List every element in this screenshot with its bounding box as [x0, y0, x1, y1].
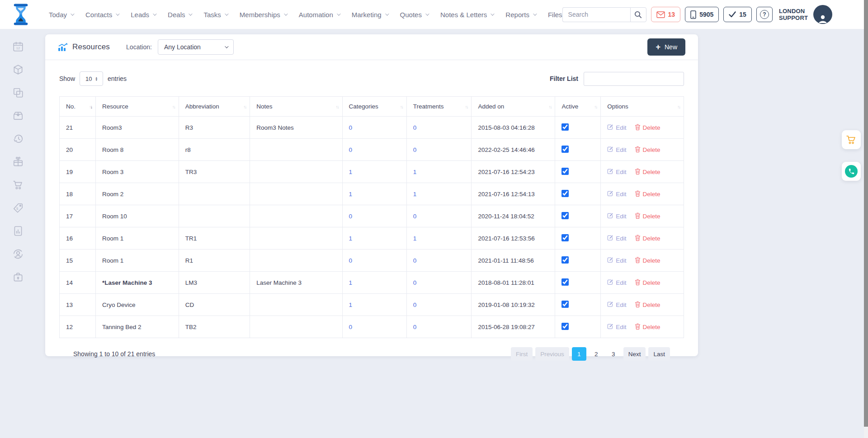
- column-header-no-[interactable]: No.↑↓: [60, 97, 96, 117]
- active-checkbox[interactable]: [561, 168, 569, 175]
- tray-arrow-icon[interactable]: [12, 110, 24, 122]
- delete-button[interactable]: Delete: [635, 301, 660, 309]
- nav-leads[interactable]: Leads: [131, 11, 156, 19]
- phone-badge[interactable]: 5905: [685, 7, 719, 22]
- nav-automation[interactable]: Automation: [299, 11, 340, 19]
- sort-arrows-icon[interactable]: ↑↓: [548, 104, 551, 109]
- edit-button[interactable]: Edit: [607, 279, 626, 287]
- delete-button[interactable]: Delete: [635, 235, 660, 242]
- categories-count-link[interactable]: 1: [349, 191, 353, 198]
- tasks-badge[interactable]: 15: [723, 7, 752, 22]
- nav-quotes[interactable]: Quotes: [400, 11, 428, 19]
- treatments-count-link[interactable]: 1: [413, 169, 417, 175]
- categories-count-link[interactable]: 1: [349, 301, 353, 308]
- categories-count-link[interactable]: 1: [349, 279, 353, 286]
- new-button[interactable]: + New: [647, 38, 685, 56]
- treatments-count-link[interactable]: 0: [413, 124, 417, 131]
- sort-arrows-icon[interactable]: ↑↓: [677, 104, 680, 109]
- treatments-count-link[interactable]: 1: [413, 235, 417, 242]
- page-size-select[interactable]: 10 ▴▾: [80, 71, 103, 86]
- nav-deals[interactable]: Deals: [168, 11, 191, 19]
- user-sync-icon[interactable]: [12, 248, 24, 260]
- active-checkbox[interactable]: [561, 234, 569, 241]
- price-tag-icon[interactable]: $: [12, 202, 24, 214]
- edit-button[interactable]: Edit: [607, 168, 626, 176]
- column-header-notes[interactable]: Notes↑↓: [250, 97, 342, 117]
- nav-contacts[interactable]: Contacts: [85, 11, 118, 19]
- page-1-button[interactable]: 1: [572, 347, 586, 361]
- categories-count-link[interactable]: 1: [349, 235, 353, 242]
- filter-input[interactable]: [584, 72, 684, 86]
- nav-today[interactable]: Today: [49, 11, 73, 19]
- scrollbar-track[interactable]: [864, 0, 868, 438]
- delete-button[interactable]: Delete: [635, 279, 660, 287]
- delete-button[interactable]: Delete: [635, 323, 660, 331]
- active-checkbox[interactable]: [561, 301, 569, 308]
- mail-badge[interactable]: 13: [651, 7, 681, 22]
- report-icon[interactable]: [12, 225, 24, 237]
- delete-button[interactable]: Delete: [635, 124, 660, 132]
- page-next-button[interactable]: Next: [623, 347, 646, 361]
- copy-icon[interactable]: [12, 87, 24, 99]
- categories-count-link[interactable]: 0: [349, 146, 353, 153]
- categories-count-link[interactable]: 0: [349, 257, 353, 264]
- search-button[interactable]: [630, 7, 646, 22]
- delete-button[interactable]: Delete: [635, 168, 660, 176]
- help-button[interactable]: ?: [756, 7, 773, 22]
- edit-button[interactable]: Edit: [607, 124, 626, 132]
- delete-button[interactable]: Delete: [635, 190, 660, 198]
- column-header-treatments[interactable]: Treatments↑↓: [406, 97, 472, 117]
- sort-arrows-icon[interactable]: ↑↓: [172, 104, 175, 109]
- categories-count-link[interactable]: 0: [349, 324, 353, 330]
- column-header-active[interactable]: Active↑↓: [555, 97, 601, 117]
- nav-tasks[interactable]: Tasks: [203, 11, 227, 19]
- delete-button[interactable]: Delete: [635, 257, 660, 264]
- nav-memberships[interactable]: Memberships: [240, 11, 287, 19]
- nav-files[interactable]: Files: [548, 11, 562, 19]
- sort-arrows-icon[interactable]: ↑↓: [336, 104, 339, 109]
- edit-button[interactable]: Edit: [607, 235, 626, 242]
- sort-arrows-icon[interactable]: ↑↓: [400, 104, 403, 109]
- search-input[interactable]: [562, 7, 630, 22]
- cart-float-button[interactable]: [842, 130, 861, 149]
- treatments-count-link[interactable]: 0: [413, 324, 417, 330]
- edit-button[interactable]: Edit: [607, 323, 626, 331]
- treatments-count-link[interactable]: 1: [413, 191, 417, 198]
- column-header-resource[interactable]: Resource↑↓: [96, 97, 179, 117]
- edit-button[interactable]: Edit: [607, 212, 626, 220]
- edit-button[interactable]: Edit: [607, 190, 626, 198]
- delete-button[interactable]: Delete: [635, 212, 660, 220]
- delete-button[interactable]: Delete: [635, 146, 660, 154]
- column-header-categories[interactable]: Categories↑↓: [342, 97, 406, 117]
- sort-arrows-icon[interactable]: ↑↓: [89, 104, 92, 109]
- nav-marketing[interactable]: Marketing: [352, 11, 388, 19]
- categories-count-link[interactable]: 0: [349, 124, 353, 131]
- active-checkbox[interactable]: [561, 278, 569, 286]
- cart-icon[interactable]: [12, 179, 24, 191]
- active-checkbox[interactable]: [561, 190, 569, 197]
- treatments-count-link[interactable]: 0: [413, 213, 417, 220]
- app-logo-icon[interactable]: [13, 4, 29, 25]
- location-select[interactable]: Any Location: [158, 39, 234, 55]
- sort-arrows-icon[interactable]: ↑↓: [243, 104, 246, 109]
- edit-button[interactable]: Edit: [607, 146, 626, 154]
- treatments-count-link[interactable]: 0: [413, 146, 417, 153]
- page-2-button[interactable]: 2: [589, 347, 604, 361]
- active-checkbox[interactable]: [561, 212, 569, 219]
- scrollbar-thumb[interactable]: [864, 0, 868, 427]
- nav-notes-letters[interactable]: Notes & Letters: [440, 11, 493, 19]
- column-header-added-on[interactable]: Added on↑↓: [472, 97, 555, 117]
- categories-count-link[interactable]: 1: [349, 169, 353, 175]
- phone-float-button[interactable]: [842, 162, 861, 181]
- edit-button[interactable]: Edit: [607, 301, 626, 309]
- edit-button[interactable]: Edit: [607, 257, 626, 264]
- package-icon[interactable]: [12, 64, 24, 75]
- treatments-count-link[interactable]: 0: [413, 257, 417, 264]
- page-last-button[interactable]: Last: [648, 347, 670, 361]
- gift-icon[interactable]: [12, 156, 24, 168]
- treatments-count-link[interactable]: 0: [413, 279, 417, 286]
- sort-arrows-icon[interactable]: ↑↓: [594, 104, 597, 109]
- calendar-icon[interactable]: 12: [12, 41, 24, 52]
- briefcase-lock-icon[interactable]: [12, 271, 24, 283]
- categories-count-link[interactable]: 0: [349, 213, 353, 220]
